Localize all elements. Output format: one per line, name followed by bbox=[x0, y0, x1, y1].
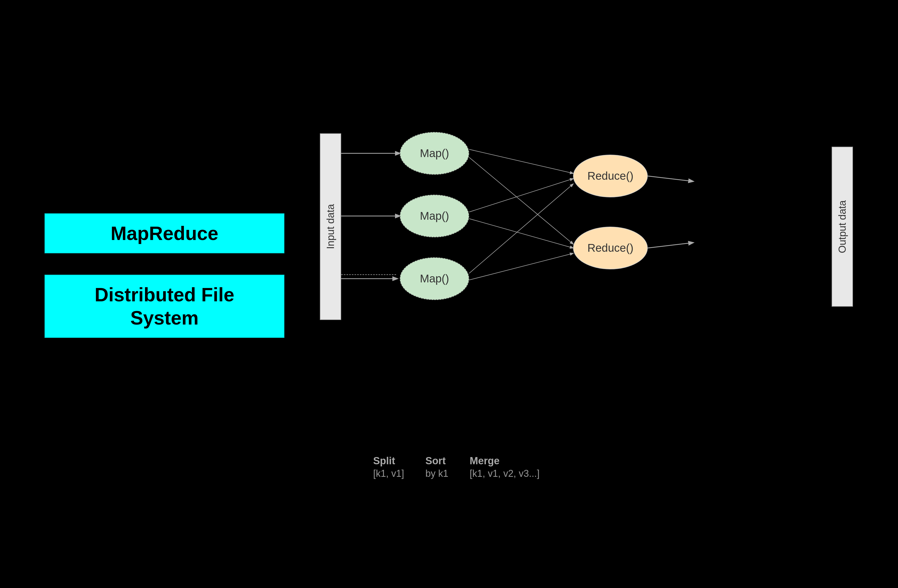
sort-sub: by k1 bbox=[425, 468, 448, 480]
merge-sub: [k1, v1, v2, v3...] bbox=[470, 468, 540, 480]
output-bar: Output data bbox=[832, 147, 853, 307]
left-labels: MapReduce Distributed FileSystem bbox=[45, 213, 284, 338]
svg-line-5 bbox=[469, 157, 573, 244]
input-bar-label: Input data bbox=[325, 204, 337, 249]
map-label-1: Map() bbox=[420, 147, 449, 160]
map-label-3: Map() bbox=[420, 272, 449, 285]
svg-line-6 bbox=[469, 179, 573, 212]
bottom-labels: Split [k1, v1] Sort by k1 Merge [k1, v1,… bbox=[373, 454, 540, 480]
diagram-area: Input data Map() Map() Map() Reduce() Re… bbox=[320, 80, 853, 506]
reduce-node-2: Reduce() bbox=[573, 227, 648, 269]
input-bar: Input data bbox=[320, 133, 341, 320]
map-node-3: Map() bbox=[400, 257, 469, 300]
diagram-svg bbox=[320, 80, 853, 506]
svg-line-10 bbox=[648, 176, 693, 181]
reduce-label-2: Reduce() bbox=[587, 242, 634, 254]
mapreduce-text: MapReduce bbox=[111, 223, 218, 244]
output-bar-label: Output data bbox=[837, 200, 848, 253]
bottom-label-sort: Sort by k1 bbox=[425, 454, 448, 480]
svg-line-4 bbox=[469, 149, 573, 173]
bottom-label-merge: Merge [k1, v1, v2, v3...] bbox=[470, 454, 540, 480]
mapreduce-label: MapReduce bbox=[45, 213, 284, 253]
dfs-text: Distributed FileSystem bbox=[95, 284, 234, 328]
split-sub: [k1, v1] bbox=[373, 468, 404, 480]
map-label-2: Map() bbox=[420, 209, 449, 222]
merge-title: Merge bbox=[470, 454, 500, 468]
bottom-label-split: Split [k1, v1] bbox=[373, 454, 404, 480]
svg-line-11 bbox=[648, 243, 693, 248]
svg-line-9 bbox=[469, 253, 573, 280]
split-title: Split bbox=[373, 454, 395, 468]
reduce-node-1: Reduce() bbox=[573, 155, 648, 197]
dfs-label: Distributed FileSystem bbox=[45, 275, 284, 338]
map-node-1: Map() bbox=[400, 132, 469, 175]
svg-line-8 bbox=[469, 184, 573, 273]
sort-title: Sort bbox=[425, 454, 446, 468]
reduce-label-1: Reduce() bbox=[587, 169, 634, 182]
svg-line-7 bbox=[469, 219, 573, 248]
map-node-2: Map() bbox=[400, 195, 469, 237]
